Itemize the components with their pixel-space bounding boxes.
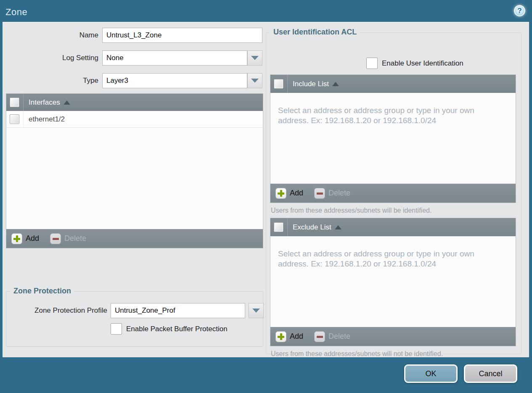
interface-name: ethernet1/2 [29,115,65,124]
interfaces-table: Interfaces ethernet1/2 Add Delete [6,93,263,248]
add-button-label: Add [290,189,303,198]
name-label: Name [3,28,98,43]
log-setting-label: Log Setting [3,50,98,66]
name-row: Name [3,28,265,43]
interfaces-toolbar: Add Delete [6,229,263,248]
delete-icon [314,331,325,342]
add-button[interactable]: Add [275,188,303,199]
zone-protection-legend: Zone Protection [11,287,74,295]
include-list-caption: Users from these addresses/subnets will … [271,207,431,214]
exclude-list-panel: Exclude List Select an address or addres… [270,218,516,346]
interfaces-table-header: Interfaces [6,94,263,111]
type-row: Type Layer3 [3,73,265,88]
zone-protection-profile-select[interactable]: Untrust_Zone_Prof [111,303,245,318]
zone-protection-profile-dropdown-button[interactable] [249,303,264,318]
enable-packet-buffer-checkbox[interactable] [111,323,122,335]
interfaces-column-header: Interfaces [29,98,60,107]
exclude-list-placeholder: Select an address or address group or ty… [278,249,503,269]
column-separator [23,111,24,127]
enable-user-identification-checkbox[interactable] [366,58,378,69]
exclude-list-caption: Users from these addresses/subnets will … [271,350,443,358]
include-select-all-checkbox[interactable] [274,79,283,89]
include-list-placeholder: Select an address or address group or ty… [278,106,503,126]
delete-button[interactable]: Delete [314,331,350,342]
include-list-toolbar: Add Delete [270,184,516,203]
exclude-list-header: Exclude List [270,218,516,236]
enable-packet-buffer-label: Enable Packet Buffer Protection [126,325,228,333]
help-icon[interactable]: ? [514,5,525,16]
add-button-label: Add [290,332,303,341]
sort-ascending-icon[interactable] [332,82,339,86]
zone-protection-profile-label: Zone Protection Profile [6,303,107,318]
exclude-select-all-checkbox[interactable] [274,222,283,232]
column-separator [287,218,288,236]
include-list-panel: Include List Select an address or addres… [270,74,516,203]
include-list-column-header: Include List [293,80,329,88]
include-list-header: Include List [270,75,516,93]
delete-button-label: Delete [328,189,350,198]
delete-icon [50,233,61,244]
table-row[interactable]: ethernet1/2 [6,111,263,128]
cancel-button[interactable]: Cancel [464,364,517,383]
type-select[interactable]: Layer3 [102,73,247,88]
packet-buffer-row: Enable Packet Buffer Protection [111,323,228,335]
delete-button[interactable]: Delete [314,188,350,199]
interfaces-select-all-checkbox[interactable] [10,98,19,107]
name-input[interactable] [102,28,262,43]
log-setting-row: Log Setting None [3,50,265,66]
zone-protection-section: Zone Protection Zone Protection Profile … [6,291,263,347]
enable-user-identification-label: Enable User Identification [382,59,463,68]
column-separator [23,94,24,111]
add-button[interactable]: Add [275,331,303,342]
log-setting-select[interactable]: None [102,50,247,66]
add-button-label: Add [26,234,39,243]
delete-button-label: Delete [64,234,86,243]
sort-ascending-icon[interactable] [335,225,341,229]
add-icon [275,188,286,199]
ok-button[interactable]: OK [404,364,458,383]
row-checkbox[interactable] [10,114,19,124]
user-identification-section: User Identification ACL Enable User Iden… [266,32,521,354]
dialog-titlebar: Zone ? [0,0,532,22]
zone-dialog: Zone ? Name Log Setting None Type Layer3 [0,0,532,393]
chevron-down-icon [252,309,260,313]
chevron-down-icon [251,56,259,60]
user-identification-legend: User Identification ACL [270,28,360,37]
chevron-down-icon [251,79,259,83]
delete-button-label: Delete [328,332,350,341]
type-label: Type [3,73,98,88]
delete-button[interactable]: Delete [50,233,86,244]
dialog-body: Name Log Setting None Type Layer3 Interf… [3,22,529,357]
dialog-title: Zone [5,7,27,18]
exclude-list-column-header: Exclude List [293,223,331,232]
add-icon [275,331,286,342]
type-dropdown-button[interactable] [247,73,262,88]
add-button[interactable]: Add [11,233,39,244]
enable-user-id-row: Enable User Identification [366,58,463,69]
add-icon [11,233,22,244]
sort-ascending-icon[interactable] [64,100,70,105]
delete-icon [314,188,325,199]
log-setting-dropdown-button[interactable] [247,50,262,66]
column-separator [287,75,288,93]
exclude-list-toolbar: Add Delete [270,327,516,346]
